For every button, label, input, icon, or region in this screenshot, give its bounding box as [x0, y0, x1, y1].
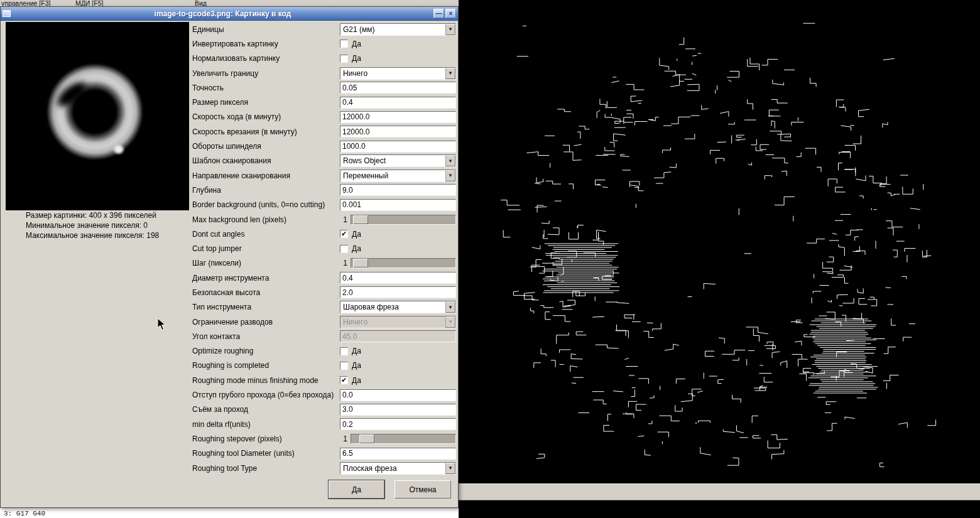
field-label-border-background: Border background (units, 0=no cutting)	[192, 200, 340, 209]
form-row-roughing-stepover: Roughing stepover (pixels)1	[192, 431, 456, 446]
chevron-down-icon: ▼	[445, 68, 455, 79]
tool-type-select[interactable]: Шаровая фреза▼	[340, 301, 456, 313]
gcode-preview-plot[interactable]	[459, 0, 980, 483]
roughing-stepover-slider[interactable]	[351, 434, 456, 444]
lace-bounding-selected-value: Ничего	[340, 318, 445, 326]
roughing-tool-type-select[interactable]: Плоская фреза▼	[340, 462, 456, 475]
tab-manual-control[interactable]: управление [F3]	[1, 0, 50, 6]
step-pixels-slider-wrap: 1	[340, 258, 456, 268]
max-background-len-slider-handle[interactable]	[353, 215, 368, 224]
roughing-stepover-slider-handle[interactable]	[359, 434, 374, 443]
field-label-roughing-tool-type: Roughing tool Type	[192, 464, 340, 473]
form-row-tool-diameter: Диаметр инструмента	[192, 271, 456, 285]
scan-pattern-select[interactable]: Rows Object▼	[340, 154, 456, 167]
spindle-speed-input[interactable]	[340, 141, 456, 153]
form-row-plunge-rate: Скорость врезания (в минуту)	[192, 124, 456, 139]
field-label-min-delta-rf: min delta rf(units)	[192, 420, 340, 429]
expand-border-select[interactable]: Ничего▼	[340, 67, 456, 80]
roughing-tool-diameter-input[interactable]	[340, 448, 456, 460]
safety-height-input[interactable]	[340, 286, 456, 298]
invert-image-checkbox[interactable]	[340, 40, 348, 48]
form-row-tool-type: Тип инструментаШаровая фреза▼	[192, 300, 456, 315]
tab-view[interactable]: Вид	[195, 0, 207, 6]
ok-button[interactable]: Да	[329, 480, 384, 499]
plot-bottom-area	[459, 500, 980, 518]
minimize-icon: —	[436, 11, 442, 17]
step-pixels-slider-handle[interactable]	[353, 259, 368, 267]
roughing-minus-finishing-checkbox-label: Да	[352, 376, 361, 385]
field-label-optimize-roughing: Optimize roughing	[192, 347, 340, 355]
roughing-stepover-value: 1	[340, 434, 347, 443]
step-pixels-slider[interactable]	[351, 258, 456, 268]
minimize-button[interactable]: —	[433, 9, 444, 18]
cut-top-jumper-checkbox-wrap: Да	[340, 244, 456, 253]
scan-direction-select[interactable]: Переменный▼	[340, 170, 456, 182]
bottom-panel-strip	[459, 483, 980, 500]
pixel-size-input[interactable]	[340, 97, 456, 109]
roughing-tool-type-selected-value: Плоская фреза	[340, 464, 445, 473]
roughing-minus-finishing-checkbox[interactable]: ✔	[340, 376, 348, 384]
optimize-roughing-checkbox[interactable]	[340, 347, 348, 355]
image-preview	[6, 22, 189, 210]
cut-top-jumper-checkbox[interactable]	[340, 245, 348, 253]
min-delta-rf-input[interactable]	[340, 418, 456, 430]
field-label-roughing-offset: Отступ грубого прохода (0=без прохода)	[192, 391, 340, 399]
field-label-depth: Глубина	[192, 186, 340, 195]
depth-per-pass-field-wrap	[340, 404, 456, 416]
form-row-dont-cut-angles: Dont cut angles✔Да	[192, 227, 456, 241]
feed-rate-input[interactable]	[340, 111, 456, 123]
pixel-size-field-wrap	[340, 97, 456, 109]
tolerance-field-wrap	[340, 82, 456, 94]
tolerance-input[interactable]	[340, 82, 456, 94]
roughing-is-completed-checkbox[interactable]	[340, 362, 348, 370]
field-label-plunge-rate: Скорость врезания (в минуту)	[192, 127, 340, 136]
title-bar[interactable]: image-to-gcode3.png: Картинку в код — ×	[1, 7, 458, 21]
cancel-button[interactable]: Отмена	[395, 480, 451, 499]
form-row-scan-pattern: Шаблон сканированияRows Object▼	[192, 154, 456, 168]
normalize-image-checkbox[interactable]	[340, 55, 348, 63]
units-select[interactable]: G21 (мм)▼	[340, 23, 456, 36]
chevron-down-icon: ▼	[445, 155, 455, 166]
close-button[interactable]: ×	[445, 9, 456, 18]
dont-cut-angles-checkbox[interactable]: ✔	[340, 230, 348, 238]
normalize-image-checkbox-wrap: Да	[340, 54, 456, 63]
cut-top-jumper-checkbox-label: Да	[352, 244, 361, 253]
expand-border-selected-value: Ничего	[340, 69, 445, 78]
safety-height-field-wrap	[340, 286, 456, 298]
image-size-text: Размер картинки: 400 x 396 пикселей	[26, 210, 159, 220]
plunge-rate-field-wrap	[340, 126, 456, 138]
chevron-down-icon: ▼	[445, 463, 455, 474]
roughing-stepover-slider-wrap: 1	[340, 434, 456, 444]
dialog-body: Размер картинки: 400 x 396 пикселей Мини…	[1, 21, 458, 509]
depth-input[interactable]	[340, 184, 456, 196]
field-label-tool-type: Тип инструмента	[192, 303, 340, 311]
gcode-preview-area	[459, 0, 980, 483]
border-background-input[interactable]	[340, 199, 456, 211]
image-max-pixel-text: Максимальное значение пикселя: 198	[26, 230, 159, 240]
form-row-roughing-tool-diameter: Roughing tool Diameter (units)	[192, 446, 456, 461]
field-label-roughing-stepover: Roughing stepover (pixels)	[192, 434, 340, 443]
form-row-pixel-size: Размер пикселя	[192, 95, 456, 109]
chevron-down-icon: ▼	[445, 170, 455, 181]
tool-diameter-input[interactable]	[340, 272, 456, 284]
max-background-len-slider[interactable]	[351, 215, 456, 225]
form-row-safety-height: Безопасная высота	[192, 285, 456, 299]
field-label-cut-top-jumper: Cut top jumper	[192, 244, 340, 253]
form-row-depth: Глубина	[192, 183, 456, 197]
field-label-normalize-image: Нормализовать картинку	[192, 54, 340, 63]
lace-bounding-select: Ничего▼	[340, 316, 456, 328]
tab-mdi[interactable]: МДИ [F5]	[75, 0, 103, 6]
field-label-contact-angle: Угол контакта	[192, 332, 340, 341]
field-label-tool-diameter: Диаметр инструмента	[192, 274, 340, 283]
image-info: Размер картинки: 400 x 396 пикселей Мини…	[26, 210, 159, 240]
roughing-offset-field-wrap	[340, 389, 456, 401]
window-menu-icon[interactable]	[3, 10, 11, 17]
field-label-lace-bounding: Ограничение разводов	[192, 318, 340, 326]
form-row-normalize-image: Нормализовать картинкуДа	[192, 51, 456, 66]
image-to-gcode-dialog: image-to-gcode3.png: Картинку в код — × …	[0, 6, 459, 508]
preview-donut-image	[46, 63, 144, 161]
roughing-offset-input[interactable]	[340, 389, 456, 401]
depth-per-pass-input[interactable]	[340, 404, 456, 416]
plunge-rate-input[interactable]	[340, 126, 456, 138]
field-label-roughing-is-completed: Roughing is completed	[192, 361, 340, 370]
